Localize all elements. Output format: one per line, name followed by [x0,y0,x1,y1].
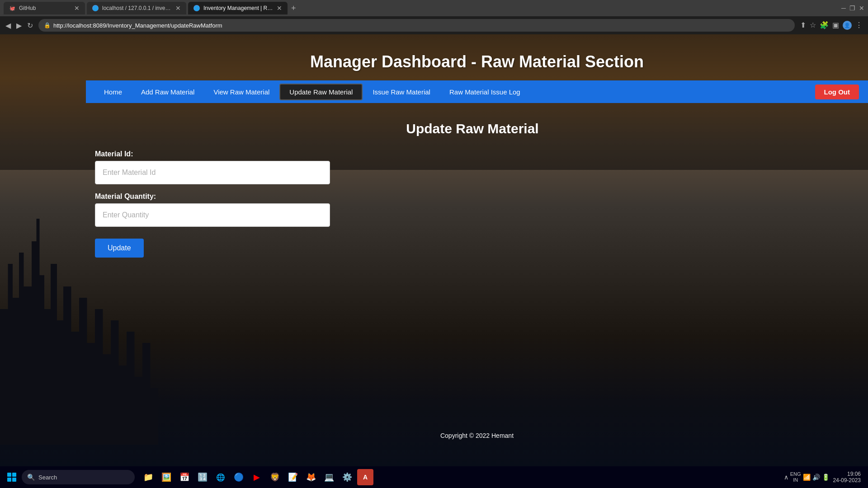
date-display: 24-09-2023 [833,477,861,483]
tab-bar: 🐙 GitHub ✕ 🌐 localhost / 127.0.0.1 / inv… [0,0,868,16]
nav-add-raw-material[interactable]: Add Raw Material [132,84,203,99]
windows-logo [7,473,16,482]
time-display: 19:06 [833,471,861,477]
close-icon[interactable]: ✕ [859,5,864,12]
footer: Copyright © 2022 Hemant [86,432,868,439]
tab-close-inventory[interactable]: ✕ [277,5,282,12]
system-clock: 19:06 24-09-2023 [833,471,861,483]
quantity-label: Material Quantity: [95,192,868,201]
photos-icon[interactable]: 🖼️ [158,469,175,485]
address-actions: ⬆ ☆ 🧩 ▣ 👤 ⋮ [800,21,863,30]
back-button[interactable]: ◀ [5,21,11,30]
nav-raw-material-issue-log[interactable]: Raw Material Issue Log [440,84,529,99]
update-button[interactable]: Update [95,239,144,258]
start-button[interactable] [4,469,20,485]
tab-inventory[interactable]: 🌐 Inventory Management | Raw M... ✕ [188,2,288,14]
sidebar-icon[interactable]: ▣ [832,21,839,30]
security-icon: 🔒 [44,22,51,28]
copyright-text: Copyright © 2022 Hemant [440,432,514,439]
maximize-icon[interactable]: ❐ [849,5,855,12]
file-explorer-icon[interactable]: 📁 [140,469,156,485]
app-icon[interactable]: A [357,469,373,485]
chrome-icon[interactable]: 🔵 [231,469,247,485]
bookmark-icon[interactable]: ☆ [810,21,816,30]
browser-chrome: 🐙 GitHub ✕ 🌐 localhost / 127.0.0.1 / inv… [0,0,868,34]
address-bar: ◀ ▶ ↻ 🔒 http://localhost:8089/Inventory_… [0,16,868,34]
wifi-icon[interactable]: 📶 [803,474,811,481]
share-icon[interactable]: ⬆ [800,21,806,30]
minimize-icon[interactable]: ─ [841,5,846,12]
calendar-icon[interactable]: 📅 [176,469,193,485]
calculator-icon[interactable]: 🔢 [194,469,211,485]
profile-icon[interactable]: 👤 [843,21,852,30]
tab-close-localhost[interactable]: ✕ [175,5,181,12]
update-raw-material-form: Material Id: Material Quantity: Update [95,150,868,258]
brave-icon[interactable]: 🦁 [267,469,283,485]
youtube-icon[interactable]: ▶ [249,469,265,485]
language-indicator: ENGIN [790,471,801,483]
content-area: Manager Dashboard - Raw Material Section… [86,34,868,466]
search-placeholder: Search [38,474,57,481]
nav-update-raw-material[interactable]: Update Raw Material [279,84,363,100]
chevron-up-icon[interactable]: ∧ [784,474,788,481]
window-controls: ─ ❐ ✕ [841,5,864,12]
form-title: Update Raw Material [95,121,850,136]
tab-localhost[interactable]: 🌐 localhost / 127.0.0.1 / inventory... ✕ [87,2,186,14]
taskbar-system-tray: ∧ ENGIN 📶 🔊 🔋 19:06 24-09-2023 [784,471,864,483]
nav-home[interactable]: Home [95,84,131,99]
new-tab-button[interactable]: + [291,4,296,13]
extensions-icon[interactable]: 🧩 [820,21,829,30]
search-icon: 🔍 [27,474,35,481]
taskbar: 🔍 Search 📁 🖼️ 📅 🔢 🌐 🔵 ▶ 🦁 📝 🦊 💻 ⚙️ A ∧ E… [0,466,868,488]
firefox-icon[interactable]: 🦊 [303,469,319,485]
navigation-bar: Home Add Raw Material View Raw Material … [86,80,868,103]
tab-github[interactable]: 🐙 GitHub ✕ [4,2,85,14]
logout-button[interactable]: Log Out [815,84,859,99]
taskbar-app-icons: 📁 🖼️ 📅 🔢 🌐 🔵 ▶ 🦁 📝 🦊 💻 ⚙️ A [140,469,373,485]
page-container: Manager Dashboard - Raw Material Section… [0,34,868,466]
quantity-group: Material Quantity: [95,192,868,227]
material-id-input[interactable] [95,161,330,184]
nav-issue-raw-material[interactable]: Issue Raw Material [363,84,439,99]
settings-icon[interactable]: ⚙️ [339,469,355,485]
terminal-icon[interactable]: 💻 [321,469,337,485]
form-section: Update Raw Material Material Id: Materia… [86,103,868,258]
page-title: Manager Dashboard - Raw Material Section [95,52,859,71]
url-text: http://localhost:8089/Inventory_Manageme… [53,22,222,29]
taskbar-search[interactable]: 🔍 Search [22,470,135,484]
edge-icon[interactable]: 🌐 [212,469,229,485]
notes-icon[interactable]: 📝 [285,469,301,485]
battery-icon[interactable]: 🔋 [822,474,830,481]
site-header: Manager Dashboard - Raw Material Section [86,34,868,80]
refresh-button[interactable]: ↻ [27,21,33,30]
url-bar[interactable]: 🔒 http://localhost:8089/Inventory_Manage… [38,19,795,32]
material-id-label: Material Id: [95,150,868,158]
menu-icon[interactable]: ⋮ [855,21,863,30]
volume-icon[interactable]: 🔊 [812,474,820,481]
system-icons: ∧ ENGIN 📶 🔊 🔋 [784,471,830,483]
nav-view-raw-material[interactable]: View Raw Material [204,84,278,99]
forward-button[interactable]: ▶ [16,21,22,30]
quantity-input[interactable] [95,203,330,227]
material-id-group: Material Id: [95,150,868,184]
tab-close-github[interactable]: ✕ [74,5,80,12]
